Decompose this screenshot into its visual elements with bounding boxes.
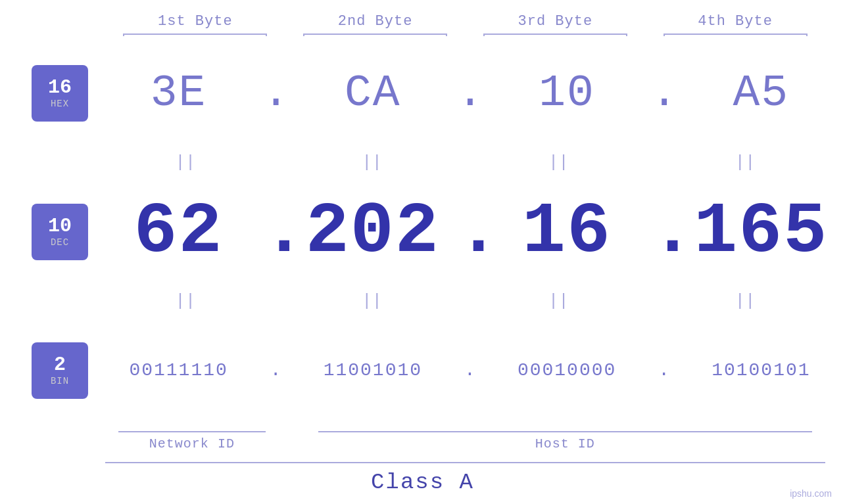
hex-badge-label: HEX: [51, 99, 69, 109]
hex-badge-num: 16: [48, 77, 72, 99]
hex-b3: 10: [483, 68, 651, 118]
byte2-header: 2nd Byte: [285, 13, 466, 36]
eq2-b3: ||: [479, 288, 639, 313]
eq1-b1: ||: [105, 150, 266, 175]
bin-badge-label: BIN: [51, 376, 69, 386]
hex-dot2: .: [457, 68, 483, 118]
dec-dot1: .: [262, 191, 289, 273]
eq2-b4: ||: [665, 288, 825, 313]
eq2-b2: ||: [292, 288, 452, 313]
bin-b2: 11001010: [289, 360, 456, 380]
hex-row: 16 HEX 3E . CA . 10 . A5: [0, 36, 845, 150]
hex-badge: 16 HEX: [32, 65, 88, 122]
bin-b1: 00111110: [95, 360, 262, 380]
bin-dot1: .: [262, 360, 289, 380]
equals-row-1: || || || ||: [105, 150, 825, 175]
bin-badge-num: 2: [54, 354, 66, 376]
hex-dot1: .: [262, 68, 289, 118]
hex-b1: 3E: [95, 68, 262, 118]
dec-row: 10 DEC 62 . 202 . 16 . 165: [0, 175, 845, 288]
network-id-section: Network ID: [105, 431, 279, 451]
class-row: Class A: [0, 470, 845, 495]
dec-badge-label: DEC: [51, 237, 69, 248]
id-brackets: Network ID Host ID: [105, 431, 825, 451]
dec-b1: 62: [95, 191, 262, 273]
byte4-header: 4th Byte: [645, 13, 825, 36]
dec-dot2: .: [457, 191, 483, 273]
bin-b3: 00010000: [483, 360, 651, 380]
bracket-spacer: [279, 431, 305, 451]
bin-dot3: .: [651, 360, 677, 380]
byte3-header: 3rd Byte: [466, 13, 646, 36]
dec-b3: 16: [483, 191, 651, 273]
dec-b2: 202: [289, 191, 456, 273]
eq1-b4: ||: [665, 150, 825, 175]
equals-row-2: || || || ||: [105, 288, 825, 313]
eq2-b1: ||: [105, 288, 266, 313]
hex-b2: CA: [289, 68, 456, 118]
bin-dot2: .: [457, 360, 483, 380]
host-id-label: Host ID: [535, 432, 595, 451]
eq1-b3: ||: [479, 150, 639, 175]
byte1-header: 1st Byte: [105, 13, 285, 36]
bin-badge: 2 BIN: [32, 342, 88, 399]
host-id-section: Host ID: [305, 431, 825, 451]
hex-b4: A5: [677, 68, 845, 118]
dec-badge-num: 10: [48, 216, 72, 237]
hex-values: 3E . CA . 10 . A5: [95, 68, 845, 118]
dec-values: 62 . 202 . 16 . 165: [95, 191, 845, 273]
bin-b4: 10100101: [677, 360, 845, 380]
dec-b4: 165: [677, 191, 845, 273]
byte-headers: 1st Byte 2nd Byte 3rd Byte 4th Byte: [105, 13, 825, 36]
hex-dot3: .: [651, 68, 677, 118]
dec-badge: 10 DEC: [32, 204, 88, 260]
bin-values: 00111110 . 11001010 . 00010000 . 1010010…: [95, 360, 845, 380]
eq1-b2: ||: [292, 150, 452, 175]
class-bracket-line: [105, 462, 825, 463]
bin-row: 2 BIN 00111110 . 11001010 . 00010000 .: [0, 313, 845, 427]
class-label: Class A: [371, 470, 474, 495]
dec-dot3: .: [651, 191, 677, 273]
network-id-label: Network ID: [149, 432, 235, 451]
watermark: ipshu.com: [790, 488, 832, 499]
